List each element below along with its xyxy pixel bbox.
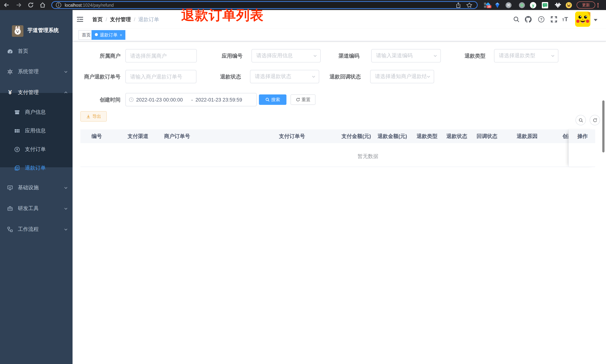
- col-refund-reason: 退款原因: [517, 133, 538, 140]
- col-create-time: 创建时间: [563, 133, 568, 140]
- merchant-refund-no-input[interactable]: [125, 70, 197, 83]
- filter-label-merchant-refund-no: 商户退款订单号: [56, 70, 120, 83]
- filter-label-channel: 渠道编码: [309, 49, 359, 63]
- extension-command-icon[interactable]: ⌘: [505, 2, 512, 8]
- sidebar-item-label: 支付管理: [18, 89, 39, 96]
- yen-circle-icon: ¥: [14, 146, 20, 152]
- breadcrumb-separator: /: [134, 16, 135, 22]
- svg-text:y: y: [532, 3, 534, 7]
- forward-icon[interactable]: [16, 2, 22, 8]
- extensions-puzzle-icon[interactable]: [554, 2, 561, 8]
- avatar[interactable]: [575, 12, 590, 27]
- sidebar-item-label: 退款订单: [25, 165, 46, 171]
- extension-gem-icon[interactable]: [494, 2, 501, 8]
- search-button[interactable]: 搜索: [259, 94, 287, 105]
- col-pay-amount: 支付金额(元): [342, 133, 371, 140]
- channel-select[interactable]: 请输入渠道编码: [371, 49, 441, 63]
- bookmark-star-icon[interactable]: [466, 2, 473, 8]
- chrome-menu-icon[interactable]: [597, 2, 599, 8]
- yen-icon: ¥: [7, 90, 13, 96]
- extension-chat-icon[interactable]: [542, 2, 548, 8]
- notify-status-select[interactable]: 请选择通知商户退款结果: [370, 70, 434, 83]
- caret-down-icon[interactable]: [594, 19, 597, 21]
- extension-yuque-icon[interactable]: y: [530, 2, 536, 8]
- sidebar-item-dev-tools[interactable]: 研发工具: [0, 198, 73, 219]
- share-icon[interactable]: [455, 2, 461, 8]
- tab-refund-order[interactable]: 退款订单×: [92, 30, 126, 40]
- sidebar-item-label: 工作流程: [18, 226, 39, 233]
- sidebar-item-label: 商户信息: [25, 109, 46, 116]
- fixed-action-column: 操作: [568, 130, 595, 167]
- url-text: localhost:1024/pay/refund: [65, 3, 114, 7]
- sidebar-item-label: 首页: [18, 48, 28, 55]
- help-icon[interactable]: ?: [538, 16, 545, 23]
- filter-label-app: 应用编号: [186, 49, 243, 63]
- sidebar-item-label: 支付订单: [25, 146, 46, 153]
- reload-icon[interactable]: [27, 2, 34, 8]
- breadcrumb-item-pay[interactable]: 支付管理: [110, 16, 131, 22]
- browser-chrome: localhost:1024/pay/refund 10 ⌘ y: [0, 0, 606, 10]
- search-icon: [578, 118, 583, 122]
- sidebar-item-workflow[interactable]: 工作流程: [0, 219, 73, 240]
- extension-monkey-icon[interactable]: 10: [484, 2, 490, 8]
- extension-dot-icon[interactable]: [519, 2, 525, 8]
- sidebar-item-pay-order[interactable]: ¥ 支付订单: [0, 140, 73, 159]
- table-bottom-border: [80, 167, 595, 167]
- chevron-down-icon: [426, 74, 431, 79]
- reset-button[interactable]: 重置: [290, 94, 316, 105]
- chrome-update-button[interactable]: 更新: [577, 1, 595, 9]
- workflow-icon: [7, 226, 13, 232]
- home-icon[interactable]: [40, 2, 46, 8]
- scrollbar-thumb[interactable]: [602, 100, 605, 152]
- breadcrumb: 首页/支付管理/退款订单: [92, 16, 159, 23]
- filter-label-refund-type: 退款类型: [439, 49, 486, 63]
- app-header: 首页/支付管理/退款订单 ? TT: [73, 10, 606, 29]
- font-size-icon[interactable]: TT: [562, 16, 568, 23]
- clock-icon: [129, 97, 134, 102]
- sidebar-item-infra[interactable]: 基础设施: [0, 177, 73, 198]
- refresh-table-button[interactable]: [590, 115, 600, 125]
- extension-emoji-icon[interactable]: [566, 2, 572, 8]
- date-start-value: 2022-01-23 00:00:00: [136, 97, 189, 103]
- extension-badge: 10: [487, 5, 491, 8]
- dashboard-icon: [7, 48, 13, 54]
- url-path: :1024/pay/refund: [82, 3, 114, 7]
- refund-type-select[interactable]: 请选择退款类型: [494, 49, 558, 63]
- date-range-picker[interactable]: 2022-01-23 00:00:00 - 2022-01-23 23:59:5…: [125, 93, 257, 106]
- date-range-separator: -: [191, 97, 193, 103]
- back-icon[interactable]: [3, 2, 10, 8]
- date-end-value: 2022-01-23 23:59:59: [196, 97, 251, 103]
- svg-text:?: ?: [540, 17, 542, 21]
- url-host: localhost: [65, 3, 82, 7]
- close-tab-icon[interactable]: ×: [120, 33, 122, 37]
- store-icon: [14, 109, 20, 115]
- filter-label-refund-status: 退款状态: [193, 70, 241, 83]
- address-bar[interactable]: localhost:1024/pay/refund: [51, 1, 478, 9]
- sidebar-item-app-info[interactable]: 应用信息: [0, 122, 73, 140]
- sidebar-item-refund-order[interactable]: 退款订单: [0, 159, 73, 177]
- site-info-icon[interactable]: [55, 2, 62, 8]
- tags-view-bar: 首页 退款订单×: [73, 29, 606, 41]
- active-tab-dot: [95, 33, 98, 36]
- toolbox-icon: [7, 206, 13, 212]
- search-icon[interactable]: [513, 16, 520, 23]
- chevron-down-icon: [551, 53, 555, 58]
- breadcrumb-separator: /: [106, 16, 107, 22]
- refresh-icon: [593, 118, 597, 122]
- chevron-down-icon: [64, 228, 68, 231]
- app-title: 芋道管理系统: [27, 27, 59, 34]
- sidebar: 芋道管理系统 首页 系统管理 ¥ 支付管理 商户信息: [0, 10, 73, 364]
- hamburger-indent-icon[interactable]: [77, 16, 83, 23]
- fullscreen-icon[interactable]: [551, 16, 557, 23]
- col-refund-amount: 退款金额(元): [378, 133, 407, 140]
- export-button[interactable]: 导出: [80, 111, 107, 122]
- gear-icon: [7, 69, 13, 75]
- github-icon[interactable]: [525, 16, 532, 23]
- sidebar-item-label: 基础设施: [18, 184, 39, 191]
- table-empty-text: 暂无数据: [357, 153, 378, 160]
- col-pay-order-no: 支付订单号: [279, 133, 305, 140]
- document-icon: [14, 165, 20, 171]
- breadcrumb-item-home[interactable]: 首页: [92, 16, 103, 22]
- chevron-down-icon: [64, 186, 68, 190]
- show-search-toggle-button[interactable]: [576, 115, 586, 125]
